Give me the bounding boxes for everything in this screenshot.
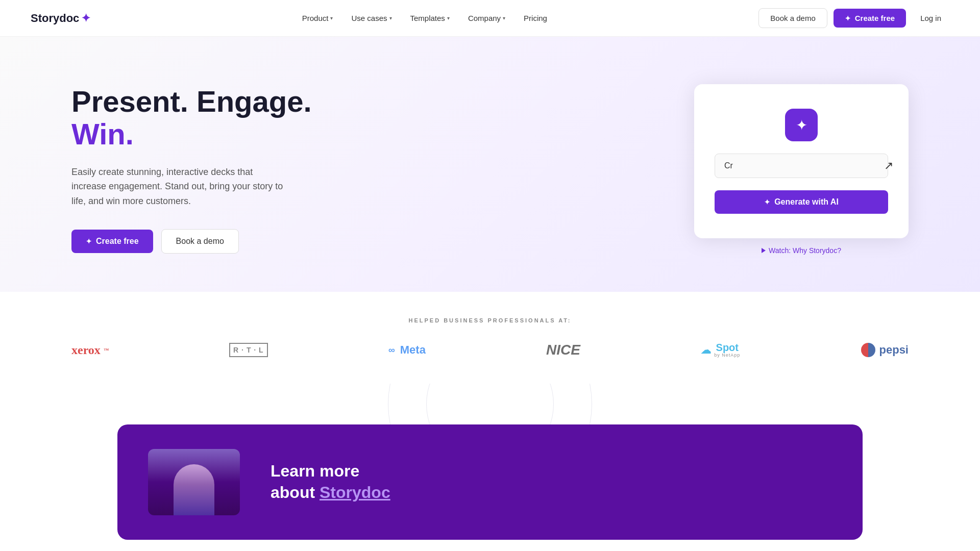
nav-product[interactable]: Product ▾ [295,10,340,27]
logo-meta: ∞ Meta [388,343,426,357]
sparkle-icon: ✦ [845,14,851,22]
cursor-icon: ↗ [884,159,893,172]
sparkle-icon: ✦ [86,237,92,245]
ai-input-row: ↗ [715,154,888,178]
chevron-down-icon: ▾ [503,15,505,21]
helped-label: HELPED BUSINESS PROFESSIONALS AT: [71,317,909,323]
nav-company[interactable]: Company ▾ [461,10,512,27]
circles-decoration [0,384,980,424]
nav-use-cases[interactable]: Use cases ▾ [344,10,399,27]
person-silhouette [174,464,214,515]
video-title: Learn more about Storydoc [271,461,390,503]
logo-nice: NICE [546,342,580,358]
circle-mid [426,384,554,424]
nav-templates[interactable]: Templates ▾ [403,10,457,27]
play-icon [762,248,766,253]
navbar: Storydoc✦ Product ▾ Use cases ▾ Template… [0,0,980,37]
chevron-down-icon: ▾ [389,15,392,21]
cloud-icon: ☁ [701,344,711,356]
logo-pepsi: pepsi [861,343,909,357]
logos-row: xerox™ R · T · L ∞ Meta NICE ☁ Spot by N… [71,342,909,358]
chevron-down-icon: ▾ [447,15,450,21]
create-free-button[interactable]: ✦ Create free [834,9,906,28]
nav-actions: Book a demo ✦ Create free Log in [758,8,949,28]
watch-why-storydoc-link[interactable]: Watch: Why Storydoc? [762,246,841,255]
hero-ai-area: ✦ ↗ ✦ Generate with AI Watch: Why Storyd… [694,84,909,255]
helped-section: HELPED BUSINESS PROFESSIONALS AT: xerox™… [0,292,980,384]
ai-prompt-input[interactable] [715,154,888,178]
hero-section: Present. Engage. Win. Easily create stun… [0,37,980,292]
login-button[interactable]: Log in [912,9,949,28]
logo-xerox: xerox™ [71,343,109,357]
ai-widget: ✦ ↗ ✦ Generate with AI [694,84,909,238]
video-person [148,449,240,515]
book-demo-button[interactable]: Book a demo [758,8,827,28]
logo[interactable]: Storydoc✦ [31,12,90,25]
hero-create-free-button[interactable]: ✦ Create free [71,230,153,253]
logo-spot: ☁ Spot by NetApp [701,342,740,358]
ai-icon-wrap: ✦ [785,109,818,141]
chevron-down-icon: ▾ [330,15,333,21]
logo-text: Storydoc [31,12,79,25]
nav-links: Product ▾ Use cases ▾ Templates ▾ Compan… [295,10,554,27]
video-text: Learn more about Storydoc [271,461,390,503]
sparkle-icon: ✦ [764,198,770,206]
nav-pricing[interactable]: Pricing [517,10,554,27]
hero-title: Present. Engage. Win. [71,85,312,151]
logo-dot: ✦ [81,12,90,25]
generate-with-ai-button[interactable]: ✦ Generate with AI [715,190,888,214]
hero-subtitle: Easily create stunning, interactive deck… [71,165,286,209]
hero-content: Present. Engage. Win. Easily create stun… [71,85,312,254]
hero-book-demo-button[interactable]: Book a demo [161,229,239,254]
logo-rtl: R · T · L [229,343,268,357]
video-thumbnail[interactable] [148,449,240,515]
hero-buttons: ✦ Create free Book a demo [71,229,312,254]
video-card: Learn more about Storydoc [117,424,863,540]
ai-sparkle-icon: ✦ [796,117,807,134]
video-section: Learn more about Storydoc [0,424,980,540]
